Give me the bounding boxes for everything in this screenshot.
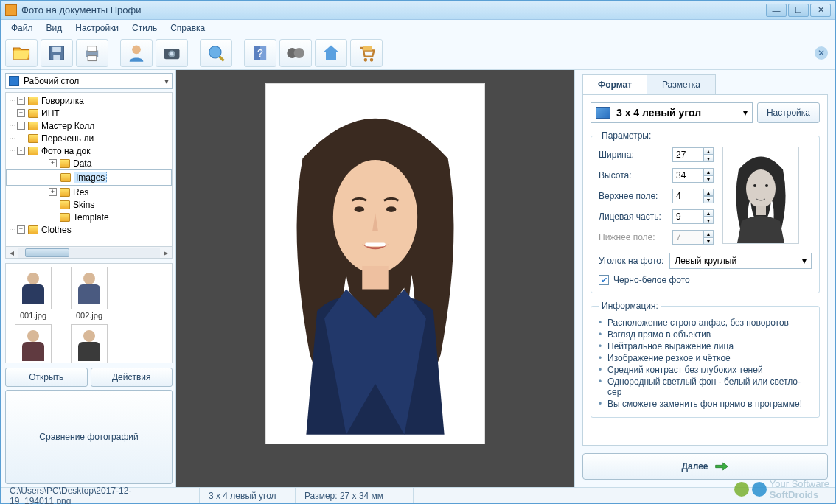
- width-input[interactable]: [672, 147, 703, 162]
- spin-up-icon[interactable]: ▲: [703, 168, 714, 175]
- menu-help[interactable]: Справка: [164, 21, 211, 35]
- maximize-button[interactable]: ☐: [788, 4, 809, 17]
- spin-up-icon[interactable]: ▲: [703, 209, 714, 217]
- spin-down-icon[interactable]: ▼: [703, 175, 714, 183]
- thumbnail-item[interactable]: 001.jpg: [9, 267, 58, 320]
- tree-label: Skins: [73, 200, 94, 210]
- tree-item[interactable]: ⋯+Clothes: [6, 223, 172, 236]
- expand-icon[interactable]: +: [17, 109, 25, 117]
- location-combo[interactable]: Рабочий стол ▾: [5, 73, 173, 89]
- face-part-input[interactable]: [672, 209, 703, 224]
- thumbnail-item[interactable]: 6.jpg: [65, 324, 114, 363]
- user-button[interactable]: [120, 39, 153, 67]
- expand-icon[interactable]: [49, 174, 58, 182]
- folder-icon: [28, 134, 38, 143]
- expand-icon[interactable]: [17, 134, 25, 142]
- menu-file[interactable]: Файл: [5, 21, 39, 35]
- tab-format[interactable]: Формат: [582, 74, 647, 94]
- bw-label: Черно-белое фото: [613, 275, 690, 285]
- expand-icon[interactable]: -: [17, 147, 25, 155]
- arrow-right-icon: [714, 461, 729, 472]
- globe-search-button[interactable]: [200, 39, 232, 67]
- svg-point-6: [132, 45, 141, 54]
- expand-icon[interactable]: [49, 200, 57, 209]
- menu-view[interactable]: Вид: [41, 21, 69, 35]
- open-button[interactable]: Открыть: [5, 368, 88, 387]
- folder-icon: [60, 200, 70, 209]
- svg-text:?: ?: [257, 46, 263, 58]
- print-button[interactable]: [76, 39, 108, 67]
- scroll-thumb[interactable]: [25, 248, 69, 257]
- tree-item[interactable]: Skins: [6, 198, 172, 211]
- scroll-left-icon[interactable]: ◂: [6, 248, 18, 258]
- format-settings-button[interactable]: Настройка: [757, 102, 820, 123]
- tree-scrollbar[interactable]: ◂ ▸: [5, 247, 173, 259]
- expand-icon[interactable]: +: [17, 225, 25, 234]
- canvas: [176, 70, 574, 487]
- spin-down-icon: ▼: [703, 237, 714, 245]
- minimize-button[interactable]: —: [766, 4, 787, 17]
- right-panel: Формат Разметка 3 x 4 левый угол ▾ Настр…: [574, 70, 835, 487]
- folder-icon: [60, 173, 71, 182]
- format-combo[interactable]: 3 x 4 левый угол ▾: [591, 102, 753, 123]
- tree-item[interactable]: +Data: [6, 157, 172, 169]
- tree-item[interactable]: Images: [6, 169, 172, 186]
- format-icon: [596, 107, 610, 119]
- tree-label: ИНТ: [41, 108, 60, 119]
- tree-item[interactable]: Template: [6, 211, 172, 223]
- svg-point-15: [370, 58, 374, 62]
- spin-down-icon[interactable]: ▼: [703, 217, 714, 224]
- spin-down-icon[interactable]: ▼: [703, 155, 714, 162]
- spin-down-icon[interactable]: ▼: [703, 196, 714, 203]
- save-button[interactable]: [41, 39, 73, 67]
- tree-item[interactable]: ⋯Перечень ли: [6, 132, 172, 144]
- folder-tree[interactable]: ⋯+Говорилка⋯+ИНТ⋯+Мастер Колл⋯Перечень л…: [5, 92, 173, 247]
- height-input[interactable]: [672, 168, 703, 183]
- menu-style[interactable]: Стиль: [126, 21, 163, 35]
- tab-body: 3 x 4 левый угол ▾ Настройка Параметры: …: [582, 94, 828, 446]
- tree-item[interactable]: ⋯-Фото на док: [6, 144, 172, 157]
- tree-item[interactable]: ⋯+Говорилка: [6, 94, 172, 107]
- cart-button[interactable]: [350, 39, 383, 67]
- bw-checkbox[interactable]: ✔ Черно-белое фото: [599, 275, 812, 285]
- thumbnail-image: [71, 267, 108, 309]
- thumbnail-panel: 001.jpg002.jpg003.jpg6.jpg: [5, 263, 173, 363]
- menu-settings[interactable]: Настройки: [69, 21, 125, 35]
- open-file-button[interactable]: [5, 39, 38, 67]
- spin-up-icon[interactable]: ▲: [703, 189, 714, 196]
- params-legend: Параметры:: [599, 130, 654, 141]
- bottom-margin-label: Нижнее поле:: [599, 232, 668, 242]
- expand-icon[interactable]: [49, 213, 57, 221]
- top-margin-input[interactable]: [672, 189, 703, 203]
- video-button[interactable]: [279, 39, 312, 67]
- expand-icon[interactable]: +: [49, 159, 57, 167]
- camera-button[interactable]: [156, 39, 188, 67]
- expand-icon[interactable]: +: [49, 188, 57, 196]
- app-window: Фото на документы Профи — ☐ ✕ Файл Вид Н…: [0, 0, 836, 504]
- folder-icon: [28, 147, 38, 155]
- app-icon: [5, 4, 17, 16]
- tab-layout[interactable]: Разметка: [647, 74, 716, 94]
- thumbnail-caption: 002.jpg: [76, 311, 102, 320]
- next-button[interactable]: Далее: [582, 453, 828, 480]
- thumbnail-item[interactable]: 002.jpg: [65, 267, 114, 320]
- tree-item[interactable]: +Res: [6, 186, 172, 198]
- main-photo[interactable]: [274, 91, 477, 436]
- close-hint-icon[interactable]: ✕: [815, 46, 828, 60]
- scroll-right-icon[interactable]: ▸: [160, 248, 172, 258]
- spin-up-icon: ▲: [703, 230, 714, 237]
- spin-up-icon[interactable]: ▲: [703, 147, 714, 155]
- home-button[interactable]: [315, 39, 347, 67]
- thumbnail-item[interactable]: 003.jpg: [9, 324, 58, 363]
- tree-item[interactable]: ⋯+ИНТ: [6, 107, 172, 119]
- compare-button[interactable]: Сравнение фотографий: [5, 390, 173, 484]
- corner-select[interactable]: Левый круглый ▾: [669, 253, 812, 269]
- help-book-button[interactable]: ?: [244, 39, 276, 67]
- svg-point-27: [765, 184, 768, 187]
- tree-item[interactable]: ⋯+Мастер Колл: [6, 119, 172, 132]
- svg-point-24: [746, 169, 776, 208]
- actions-button[interactable]: Действия: [91, 368, 173, 387]
- expand-icon[interactable]: +: [17, 97, 25, 105]
- expand-icon[interactable]: +: [17, 122, 25, 130]
- close-button[interactable]: ✕: [810, 4, 831, 17]
